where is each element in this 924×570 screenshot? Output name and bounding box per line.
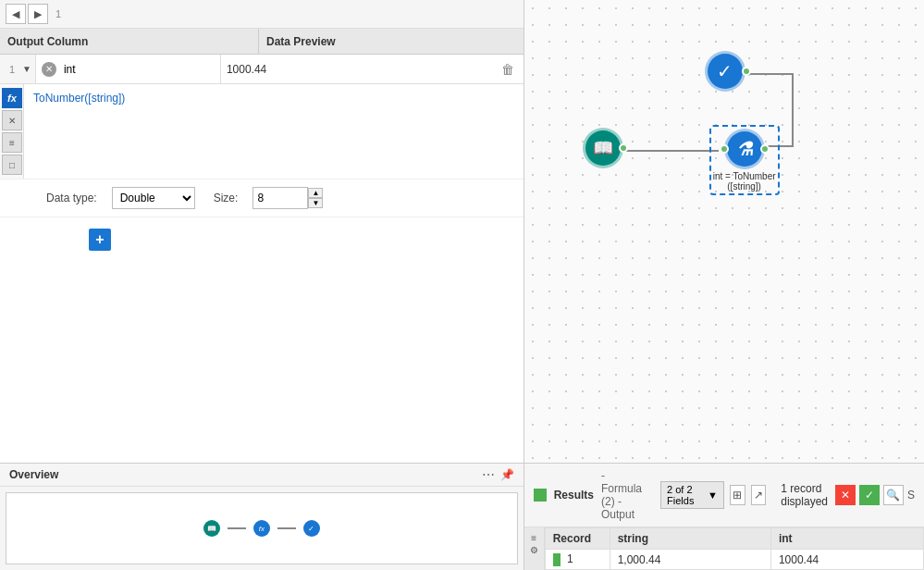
size-input[interactable] <box>253 187 308 209</box>
approve-button[interactable]: ✓ <box>859 485 880 505</box>
row-chevron[interactable]: ▼ <box>22 64 31 74</box>
check-icon: ✓ <box>717 60 733 82</box>
record-cell: 1 <box>545 550 610 570</box>
row-left-controls: 1 ▼ <box>0 55 36 83</box>
table-body: 1 1,000.44 1000.44 <box>545 550 923 570</box>
book-node[interactable]: 📖 <box>583 128 623 168</box>
nav-arrows: ◀ ▶ <box>6 4 48 24</box>
mini-node-book: 📖 <box>203 520 220 537</box>
string-header: string <box>610 528 770 550</box>
delete-row-button[interactable]: 🗑 <box>498 62 518 77</box>
formula-node-input <box>720 144 729 154</box>
header-row: Record string int <box>545 528 923 550</box>
mini-node-check: ✓ <box>303 520 320 537</box>
left-panel: ◀ ▶ 1 Output Column Data Preview 1 ▼ ✕ i… <box>0 0 524 570</box>
overview-pin-button[interactable]: 📌 <box>500 468 514 481</box>
results-title: Results <box>554 489 594 502</box>
fields-selector-group: 2 of 2 Fields ▼ ⊞ ↗ <box>660 481 766 509</box>
fields-dropdown-arrow: ▼ <box>708 489 718 501</box>
export-icon-button[interactable]: ↗ <box>751 485 767 505</box>
formula-icon: ⚗ <box>736 138 753 160</box>
book-node-output <box>619 143 628 153</box>
overview-more-button[interactable]: ⋯ <box>482 467 495 482</box>
x-icon-button[interactable]: ✕ <box>2 110 22 130</box>
formula-node[interactable]: ⚗ int = ToNumber ([string]) <box>709 125 780 195</box>
size-spinner: ▲ ▼ <box>308 188 323 208</box>
add-row-button[interactable]: + <box>89 229 111 251</box>
toolbar: ◀ ▶ 1 <box>0 0 524 29</box>
nav-forward-button[interactable]: ▶ <box>28 4 48 24</box>
check-node[interactable]: ✓ <box>705 51 745 92</box>
book-node-circle: 📖 <box>583 128 623 168</box>
reject-button[interactable]: ✕ <box>835 485 856 505</box>
book-icon: 📖 <box>593 138 613 158</box>
list-icon-button[interactable]: ≡ <box>2 132 22 153</box>
formula-spacer <box>0 262 524 463</box>
results-filter-icon[interactable]: ≡ <box>531 533 536 543</box>
formula-node-output <box>760 144 770 154</box>
preview-value-cell: 1000.44 🗑 <box>221 55 524 83</box>
more-results-button[interactable]: S <box>907 489 915 502</box>
mini-connection-line <box>228 527 246 529</box>
row-counter: 1 <box>55 8 61 19</box>
preview-column-header: Data Preview <box>259 35 524 48</box>
results-table: Record string int 1 1,000 <box>545 527 924 570</box>
fields-selector-text: 2 of 2 Fields <box>667 484 704 506</box>
row-number: 1 <box>4 64 20 75</box>
formula-sidebar-icons: fx ✕ ≡ □ <box>0 84 24 179</box>
formula-expression-row: fx ✕ ≡ □ ToNumber([string]) <box>0 84 524 180</box>
field-name-cell: ✕ int <box>36 55 221 83</box>
results-action-buttons: ✕ ✓ 🔍 S <box>835 485 915 505</box>
formula-expression-text: ToNumber([string]) <box>33 92 125 105</box>
data-type-select[interactable]: Double Float Int32 Int64 String <box>112 187 195 209</box>
size-input-group: ▲ ▼ <box>253 187 323 209</box>
row-indicator <box>553 553 561 566</box>
box-icon-button[interactable]: □ <box>2 155 22 175</box>
formula-node-label: int = ToNumber ([string]) <box>713 171 776 192</box>
mini-connection-line-2 <box>277 527 296 529</box>
output-column-header: Output Column <box>0 29 259 54</box>
table-row: 1 1,000.44 1000.44 <box>545 550 923 570</box>
size-down-button[interactable]: ▼ <box>308 198 323 208</box>
results-table-container: ≡ ⚙ Record string int <box>524 527 924 570</box>
add-row-container: + <box>0 217 524 262</box>
record-header: Record <box>545 528 610 550</box>
overview-panel: Overview ⋯ 📌 📖 fx <box>0 463 524 570</box>
size-up-button[interactable]: ▲ <box>308 188 323 198</box>
column-headers: Output Column Data Preview <box>0 29 524 55</box>
results-table-scroll[interactable]: Record string int 1 1,000 <box>545 527 924 570</box>
field-name: int <box>64 63 76 76</box>
table-header: Record string int <box>545 528 923 550</box>
record-count: 1 record displayed <box>781 482 828 508</box>
results-subtitle: - Formula (2) - Output <box>601 469 642 521</box>
formula-row: 1 ▼ ✕ int 1000.44 🗑 <box>0 55 524 84</box>
overview-header: Overview ⋯ 📌 <box>0 464 524 487</box>
table-icon-button[interactable]: ⊞ <box>730 485 745 505</box>
results-settings-icon[interactable]: ⚙ <box>530 545 538 555</box>
results-left-icons: ≡ ⚙ <box>524 527 545 570</box>
mini-node-formula: fx <box>253 520 270 537</box>
results-header: Results - Formula (2) - Output 2 of 2 Fi… <box>524 464 924 527</box>
check-node-output <box>742 67 751 76</box>
fields-selector[interactable]: 2 of 2 Fields ▼ <box>660 481 724 509</box>
right-panel: ✓ 📖 ⚗ i <box>524 0 924 570</box>
results-panel: Results - Formula (2) - Output 2 of 2 Fi… <box>524 463 924 570</box>
formula-expression-display: ToNumber([string]) <box>24 84 524 179</box>
overview-controls: ⋯ 📌 <box>482 467 514 482</box>
overview-canvas: 📖 fx ✓ <box>6 492 518 564</box>
search-results-button[interactable]: 🔍 <box>883 485 904 505</box>
string-value-cell: 1,000.44 <box>610 550 770 570</box>
formula-icon-button[interactable]: fx <box>2 88 22 108</box>
properties-row: Data type: Double Float Int32 Int64 Stri… <box>0 180 524 217</box>
size-label: Size: <box>214 192 239 204</box>
record-number: 1 <box>567 552 573 565</box>
data-type-label: Data type: <box>46 192 97 204</box>
overview-title: Overview <box>9 468 58 481</box>
preview-value: 1000.44 <box>227 63 266 76</box>
int-value-cell: 1000.44 <box>770 550 923 570</box>
clear-field-button[interactable]: ✕ <box>42 62 56 77</box>
nav-back-button[interactable]: ◀ <box>6 4 26 24</box>
formula-node-circle: ⚗ <box>724 129 765 169</box>
canvas-area[interactable]: ✓ 📖 ⚗ i <box>524 0 924 463</box>
int-header: int <box>770 528 923 550</box>
